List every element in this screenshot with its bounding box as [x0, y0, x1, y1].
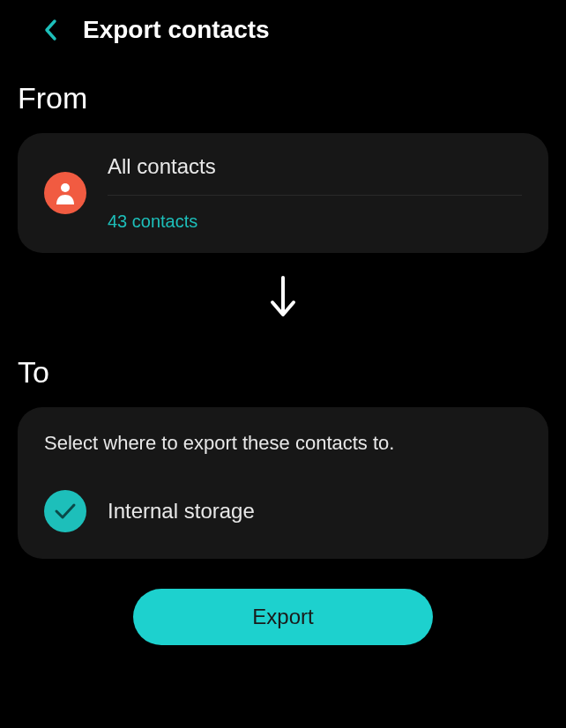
from-card[interactable]: All contacts 43 contacts	[18, 133, 548, 253]
svg-point-0	[61, 183, 70, 192]
export-button[interactable]: Export	[133, 589, 433, 645]
to-section-label: To	[0, 334, 566, 407]
back-icon[interactable]	[42, 18, 58, 42]
to-card: Select where to export these contacts to…	[18, 407, 548, 559]
to-instruction: Select where to export these contacts to…	[44, 432, 522, 455]
from-source-label: All contacts	[108, 154, 522, 195]
page-title: Export contacts	[83, 16, 270, 44]
contacts-avatar-icon	[44, 172, 86, 214]
divider	[108, 195, 522, 196]
contact-count: 43 contacts	[108, 212, 522, 232]
storage-option[interactable]: Internal storage	[44, 490, 522, 532]
storage-option-label: Internal storage	[108, 499, 255, 524]
from-section-label: From	[0, 60, 566, 133]
arrow-down-icon	[265, 274, 301, 323]
check-icon	[44, 490, 86, 532]
